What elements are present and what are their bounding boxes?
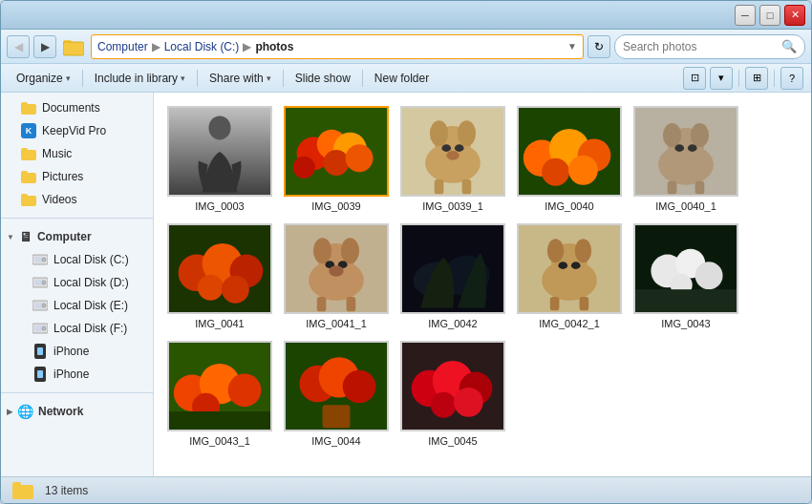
address-box[interactable]: Computer ▶ Local Disk (C:) ▶ photos ▼ <box>91 34 584 59</box>
sidebar-item-videos[interactable]: Videos <box>1 188 153 211</box>
svg-point-21 <box>324 150 350 176</box>
favorites-section: Documents K KeepVid Pro Music <box>1 93 153 215</box>
slideshow-button[interactable]: Slide show <box>288 70 358 87</box>
photo-thumb-img0043 <box>633 223 738 314</box>
content-area: Documents K KeepVid Pro Music <box>1 93 811 476</box>
minimize-button[interactable]: ─ <box>735 5 756 26</box>
svg-point-11 <box>42 304 46 307</box>
share-button[interactable]: Share with ▾ <box>202 70 279 87</box>
photo-label-img0043-1: IMG_0043_1 <box>189 435 250 447</box>
views-dropdown[interactable]: ▾ <box>710 67 733 90</box>
svg-point-80 <box>695 262 723 289</box>
status-folder-icon <box>12 482 33 499</box>
photo-item-img0041[interactable]: IMG_0041 <box>167 223 272 329</box>
photo-item-img0045[interactable]: IMG_0045 <box>400 341 505 447</box>
search-box[interactable]: 🔍 <box>614 34 805 59</box>
sidebar-item-iphone1[interactable]: iPhone <box>1 340 153 363</box>
sidebar-item-disk-e[interactable]: Local Disk (E:) <box>1 294 153 317</box>
svg-point-16 <box>208 116 230 139</box>
sidebar-item-pictures[interactable]: Pictures <box>1 165 153 188</box>
photo-item-img0041-1[interactable]: IMG_0041_1 <box>284 223 389 329</box>
organize-button[interactable]: Organize ▾ <box>9 70 78 87</box>
network-header[interactable]: ▶ 🌐 Network <box>1 400 153 423</box>
svg-point-39 <box>568 156 598 185</box>
photo-thumb-img0041-1 <box>284 223 389 314</box>
sidebar-item-iphone2[interactable]: iPhone <box>1 363 153 386</box>
disk-d-icon <box>32 274 49 291</box>
svg-rect-33 <box>462 179 472 194</box>
views-button[interactable]: ⊡ <box>683 67 706 90</box>
photo-item-img0003[interactable]: IMG_0003 <box>167 106 272 212</box>
sidebar: Documents K KeepVid Pro Music <box>1 93 154 476</box>
svg-point-27 <box>430 120 448 146</box>
breadcrumb-disk[interactable]: Local Disk (C:) <box>164 40 240 53</box>
include-library-button[interactable]: Include in library ▾ <box>87 70 193 87</box>
breadcrumb-photos[interactable]: photos <box>255 40 293 53</box>
svg-point-43 <box>663 123 681 147</box>
sidebar-item-disk-d[interactable]: Local Disk (D:) <box>1 271 153 294</box>
photo-item-img0039-1[interactable]: IMG_0039_1 <box>400 106 505 212</box>
photo-label-img0042: IMG_0042 <box>428 318 477 329</box>
keepvid-icon: K <box>20 122 37 139</box>
music-folder-icon <box>20 145 37 162</box>
svg-point-38 <box>542 158 569 186</box>
folder-nav-button[interactable] <box>60 33 87 60</box>
explorer-window: ─ □ ✕ ◀ ▶ Computer ▶ Local Disk (C:) ▶ p… <box>0 0 812 504</box>
network-icon: 🌐 <box>17 404 33 419</box>
toolbar-right: ⊡ ▾ ⊞ ? <box>683 67 803 90</box>
photo-thumb-img0045 <box>400 341 505 431</box>
photo-thumb-img0039 <box>284 106 389 197</box>
photo-item-img0043-1[interactable]: IMG_0043_1 <box>167 341 272 447</box>
svg-point-29 <box>441 144 451 152</box>
new-folder-button[interactable]: New folder <box>367 70 437 87</box>
svg-point-59 <box>341 238 359 263</box>
toolbar-separator-3 <box>283 70 284 87</box>
forward-button[interactable]: ▶ <box>33 35 56 58</box>
photo-item-img0040[interactable]: IMG_0040 <box>517 106 622 212</box>
search-input[interactable] <box>623 40 778 53</box>
close-button[interactable]: ✕ <box>784 5 805 26</box>
toolbar-separator-2 <box>197 70 198 87</box>
address-dropdown[interactable]: ▼ <box>567 41 577 52</box>
photo-thumb-img0039-1 <box>400 106 505 197</box>
sidebar-item-music[interactable]: Music <box>1 142 153 165</box>
toolbar-separator-1 <box>82 70 83 87</box>
sidebar-item-disk-c[interactable]: Local Disk (C:) <box>1 248 153 271</box>
maximize-button[interactable]: □ <box>759 5 780 26</box>
photo-item-img0042-1[interactable]: IMG_0042_1 <box>517 223 622 329</box>
computer-header[interactable]: ▼ 🖥 Computer <box>1 225 153 248</box>
photo-label-img0041-1: IMG_0041_1 <box>306 318 367 329</box>
svg-point-28 <box>458 120 476 146</box>
titlebar: ─ □ ✕ <box>1 1 811 30</box>
photo-item-img0040-1[interactable]: IMG_0040_1 <box>633 106 738 212</box>
breadcrumb-computer[interactable]: Computer <box>97 40 148 53</box>
sidebar-item-disk-f[interactable]: Local Disk (F:) <box>1 317 153 340</box>
svg-point-58 <box>313 238 331 263</box>
photo-label-img0003: IMG_0003 <box>195 200 244 212</box>
photo-item-img0043[interactable]: IMG_0043 <box>633 223 738 329</box>
refresh-button[interactable]: ↻ <box>588 35 610 58</box>
sidebar-item-documents[interactable]: Documents <box>1 96 153 119</box>
folder-icon <box>20 99 37 116</box>
svg-rect-32 <box>435 179 444 194</box>
photo-item-img0039[interactable]: IMG_0039 <box>284 106 389 212</box>
svg-rect-93 <box>323 405 351 428</box>
svg-point-53 <box>198 275 224 301</box>
photo-label-img0043: IMG_0043 <box>661 318 710 329</box>
svg-point-45 <box>674 144 684 152</box>
svg-rect-88 <box>169 411 270 430</box>
svg-point-62 <box>329 265 343 277</box>
photo-label-img0040: IMG_0040 <box>545 200 593 212</box>
layout-button[interactable]: ⊞ <box>745 67 768 90</box>
videos-folder-icon <box>20 191 37 208</box>
sidebar-item-keepvid[interactable]: K KeepVid Pro <box>1 119 153 142</box>
svg-point-74 <box>571 262 581 269</box>
help-button[interactable]: ? <box>780 67 803 90</box>
photo-item-img0044[interactable]: IMG_0044 <box>284 341 389 447</box>
svg-rect-48 <box>695 181 705 194</box>
sidebar-divider-1 <box>1 218 153 219</box>
back-button[interactable]: ◀ <box>7 35 30 58</box>
disk-f-icon <box>32 320 49 337</box>
photo-item-img0042[interactable]: IMG_0042 <box>400 223 505 329</box>
search-icon: 🔍 <box>781 39 797 53</box>
